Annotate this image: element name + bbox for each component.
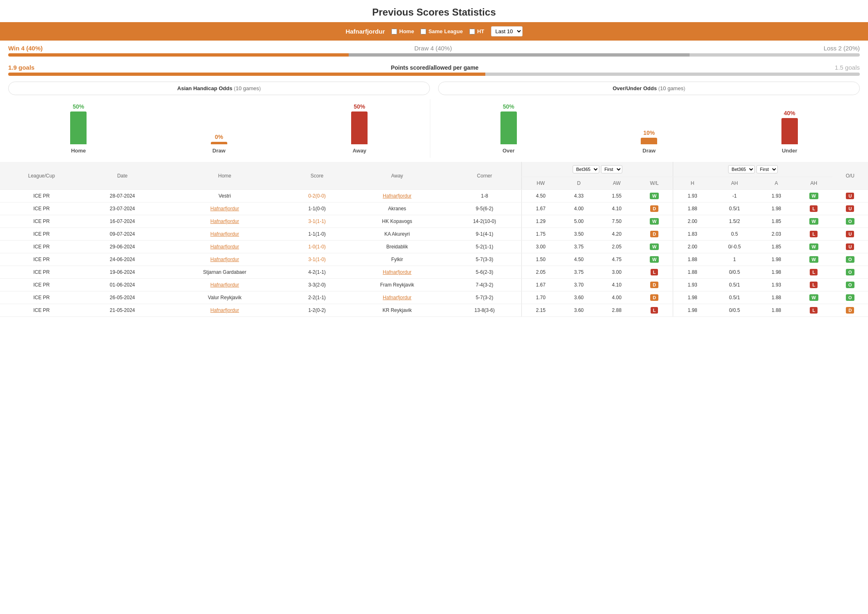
- ah2-cell: L: [795, 228, 832, 241]
- a-cell: 1.88: [757, 304, 795, 317]
- away-cell: Fram Reykjavik: [346, 279, 448, 291]
- bar-label: Draw: [642, 148, 656, 154]
- ou-badge: U: [846, 193, 854, 199]
- wl-cell: D: [636, 279, 673, 291]
- league-cell: ICE PR: [0, 215, 83, 228]
- wl-cell: W: [636, 190, 673, 202]
- goals-progress-bar: [8, 73, 860, 76]
- goals-right: 1.5 goals: [835, 64, 860, 71]
- team-name: Hafnarfjordur: [345, 28, 385, 35]
- bar-label: Away: [352, 148, 366, 154]
- home-link[interactable]: Hafnarfjordur: [210, 244, 239, 250]
- home-link[interactable]: Hafnarfjordur: [210, 231, 239, 237]
- h-cell: 1.93: [673, 190, 712, 202]
- loss-stat: Loss 2 (20%): [824, 45, 860, 52]
- first-dropdown-2[interactable]: First: [756, 165, 778, 173]
- th-aw: AW: [598, 177, 635, 190]
- d-cell: 3.60: [560, 291, 598, 304]
- wl-badge: L: [651, 307, 658, 314]
- a-cell: 2.03: [757, 228, 795, 241]
- last-n-dropdown[interactable]: Last 5 Last 10 Last 20 All: [491, 26, 523, 36]
- home-checkbox[interactable]: [391, 29, 397, 34]
- home-link[interactable]: Hafnarfjordur: [210, 282, 239, 288]
- home-cell[interactable]: Hafnarfjordur: [162, 304, 288, 317]
- ah-cell: 0.5: [712, 228, 758, 241]
- home-cell[interactable]: Hafnarfjordur: [162, 253, 288, 266]
- score-cell: 1-0(1-0): [288, 241, 346, 253]
- ou-cell: O: [832, 279, 868, 291]
- away-link[interactable]: Hafnarfjordur: [383, 193, 411, 199]
- ht-checkbox[interactable]: [469, 29, 475, 34]
- th-bet365-first-group2: Bet365 First: [673, 162, 832, 177]
- away-link[interactable]: Hafnarfjordur: [383, 295, 411, 300]
- league-cell: ICE PR: [0, 253, 83, 266]
- corner-cell: 5-7(3-3): [448, 253, 521, 266]
- aw-cell: 2.88: [598, 304, 635, 317]
- th-corner: Corner: [448, 162, 521, 190]
- away-cell[interactable]: Hafnarfjordur: [346, 266, 448, 279]
- home-cell[interactable]: Hafnarfjordur: [162, 202, 288, 215]
- away-link[interactable]: Hafnarfjordur: [383, 269, 411, 275]
- h-cell: 2.00: [673, 241, 712, 253]
- home-cell: Vestri: [162, 190, 288, 202]
- same-league-checkbox-item[interactable]: Same League: [420, 28, 463, 34]
- bar-visual: [351, 111, 368, 144]
- ah2-badge: L: [810, 231, 818, 237]
- corner-cell: 7-4(3-2): [448, 279, 521, 291]
- home-checkbox-item[interactable]: Home: [391, 28, 414, 34]
- aw-cell: 1.55: [598, 190, 635, 202]
- same-league-checkbox[interactable]: [420, 29, 426, 34]
- aw-cell: 4.10: [598, 279, 635, 291]
- home-cell[interactable]: Hafnarfjordur: [162, 279, 288, 291]
- goals-row: 1.9 goals Points scored/allowed per game…: [0, 61, 868, 73]
- ht-checkbox-item[interactable]: HT: [469, 28, 484, 34]
- score-cell: 1-1(1-0): [288, 228, 346, 241]
- home-cell: Stjarnan Gardabaer: [162, 266, 288, 279]
- d-cell: 3.50: [560, 228, 598, 241]
- aw-cell: 7.50: [598, 215, 635, 228]
- table-row: ICE PR 01-06-2024 Hafnarfjordur 3-3(2-0)…: [0, 279, 868, 291]
- a-cell: 1.93: [757, 190, 795, 202]
- first-dropdown-1[interactable]: First: [601, 165, 622, 173]
- h-cell: 2.00: [673, 215, 712, 228]
- ou-odds-games: (10 games): [658, 85, 685, 91]
- goals-scored-bar: [8, 73, 485, 76]
- a-cell: 1.88: [757, 291, 795, 304]
- scores-tbody: ICE PR 28-07-2024 Vestri 0-2(0-0) Hafnar…: [0, 190, 868, 317]
- ah2-cell: L: [795, 279, 832, 291]
- home-link[interactable]: Hafnarfjordur: [210, 206, 239, 211]
- bar-visual: [211, 142, 227, 144]
- bet365-dropdown-1[interactable]: Bet365: [573, 165, 599, 173]
- home-cell[interactable]: Hafnarfjordur: [162, 215, 288, 228]
- wdl-progress-bar: [8, 53, 860, 57]
- orange-bar: Hafnarfjordur Home Same League HT Last 5…: [0, 22, 868, 41]
- ou-bar-item: 50% Over: [500, 103, 517, 154]
- ah-cell: 0.5/1: [712, 279, 758, 291]
- home-link[interactable]: Hafnarfjordur: [210, 307, 239, 313]
- draw-stat: Draw 4 (40%): [414, 45, 452, 52]
- bet365-dropdown-2[interactable]: Bet365: [728, 165, 755, 173]
- away-cell[interactable]: Hafnarfjordur: [346, 291, 448, 304]
- home-cell[interactable]: Hafnarfjordur: [162, 228, 288, 241]
- ah2-badge: L: [810, 269, 818, 275]
- league-cell: ICE PR: [0, 190, 83, 202]
- score-cell: 4-2(1-1): [288, 266, 346, 279]
- goals-left: 1.9 goals: [8, 64, 34, 71]
- ah2-badge: W: [809, 294, 818, 301]
- th-league: League/Cup: [0, 162, 83, 190]
- away-cell[interactable]: Hafnarfjordur: [346, 190, 448, 202]
- wl-cell: D: [636, 202, 673, 215]
- ah2-badge: W: [809, 243, 818, 250]
- home-cell[interactable]: Hafnarfjordur: [162, 241, 288, 253]
- home-link[interactable]: Hafnarfjordur: [210, 218, 239, 224]
- bar-visual: [70, 111, 87, 144]
- ah2-badge: W: [809, 193, 818, 199]
- away-cell: Breidablik: [346, 241, 448, 253]
- bar-visual: [500, 111, 517, 144]
- table-row: ICE PR 24-06-2024 Hafnarfjordur 3-1(1-0)…: [0, 253, 868, 266]
- home-label: Home: [399, 28, 414, 34]
- ah-bar-item: 0% Draw: [211, 134, 227, 154]
- hw-cell: 2.05: [521, 266, 560, 279]
- home-link[interactable]: Hafnarfjordur: [210, 257, 239, 262]
- ou-bar-item: 10% Draw: [641, 130, 657, 154]
